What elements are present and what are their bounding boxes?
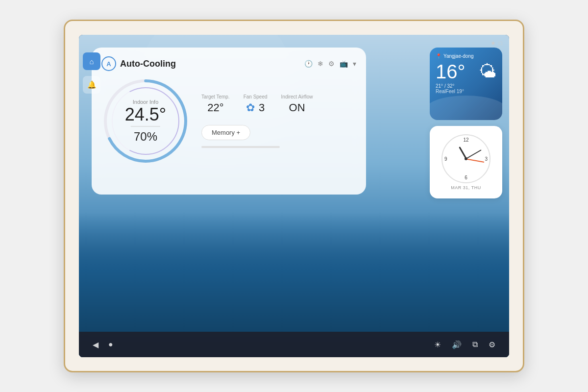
indoor-temperature: 24.5° [125, 106, 166, 123]
fan-icon[interactable]: ❄ [318, 60, 323, 68]
fan-spin-icon: ✿ [246, 101, 255, 114]
bottom-left-nav: ◀ ● [93, 340, 113, 349]
clock-num-12: 12 [463, 137, 468, 143]
clock-widget: 12 3 6 9 MAR 31, THU [430, 126, 502, 198]
network-icon[interactable]: ⚙ [328, 60, 335, 68]
ac-title-group: A Auto-Cooling [101, 56, 176, 71]
stats-row: Target Temp. 22° Fan Speed ✿ 3 Indirect … [201, 94, 356, 114]
indoor-humidity: 70% [125, 130, 166, 144]
clock-num-9: 9 [444, 156, 447, 162]
home-icon: ⌂ [89, 57, 94, 66]
minute-hand [466, 149, 482, 159]
location-pin-icon: 📍 [436, 53, 441, 59]
clock-face: 12 3 6 9 [441, 134, 490, 183]
fan-speed-value: ✿ 3 [244, 101, 268, 114]
airflow-value: ON [281, 101, 313, 114]
fan-speed-label: Fan Speed [244, 94, 268, 99]
weather-widget: 📍 Yangjae-dong 16° 🌤 21° / 32° RealFeel … [430, 48, 502, 120]
back-button[interactable]: ◀ [93, 340, 98, 349]
brightness-button[interactable]: ☀ [434, 340, 441, 349]
ac-body: Indoor Info 24.5° 70% Target Temp. 22° [101, 77, 356, 165]
ac-control-card: A Auto-Cooling 🕐 ❄ ⚙ 📺 ▾ [92, 48, 366, 195]
bottom-right-controls: ☀ 🔊 ⧉ ⚙ [434, 340, 495, 349]
gauge-inner: Indoor Info 24.5° 70% [125, 99, 166, 144]
sun-icon: 🌤 [479, 61, 496, 82]
left-sidebar: ⌂ 🔔 [79, 48, 104, 195]
clock-icon[interactable]: 🕐 [304, 60, 313, 68]
target-temp-stat: Target Temp. 22° [201, 94, 230, 114]
airflow-stat: Indirect Airflow ON [281, 94, 313, 114]
volume-button[interactable]: 🔊 [452, 340, 462, 349]
second-hand [466, 158, 485, 162]
stats-panel: Target Temp. 22° Fan Speed ✿ 3 Indirect … [190, 94, 356, 148]
ac-header: A Auto-Cooling 🕐 ❄ ⚙ 📺 ▾ [101, 56, 356, 71]
home-button[interactable]: ● [108, 340, 113, 349]
wifi-icon: □ [499, 40, 502, 47]
clock-date: MAR 31, THU [451, 185, 481, 190]
device-frame: ★ □ ⌂ 🔔 A Auto-Cooling 🕐 ❄ ⚙ [64, 20, 524, 372]
ac-title: Auto-Cooling [120, 59, 176, 69]
target-temp-value: 22° [201, 101, 230, 114]
fan-speed-stat: Fan Speed ✿ 3 [244, 94, 268, 114]
settings-button[interactable]: ⚙ [489, 340, 495, 349]
bell-sidebar-button[interactable]: 🔔 [83, 76, 100, 94]
chevron-down-icon[interactable]: ▾ [353, 60, 356, 68]
slider-bar[interactable] [201, 146, 280, 148]
airflow-label: Indirect Airflow [281, 94, 313, 99]
weather-location: 📍 Yangjae-dong [436, 53, 496, 59]
clock-num-6: 6 [465, 175, 467, 180]
screen-cast-button[interactable]: ⧉ [472, 340, 478, 349]
weather-range: 21° / 32° [436, 83, 496, 89]
temperature-gauge: Indoor Info 24.5° 70% [101, 77, 190, 165]
clock-center [465, 157, 467, 160]
bell-icon: 🔔 [87, 80, 97, 89]
bottom-bar: ◀ ● ☀ 🔊 ⧉ ⚙ [79, 332, 509, 357]
target-temp-label: Target Temp. [201, 94, 230, 99]
memory-button[interactable]: Memory + [201, 125, 250, 140]
weather-bg-decoration [430, 96, 502, 120]
clock-num-3: 3 [485, 156, 488, 162]
bluetooth-icon: ★ [490, 40, 496, 47]
screen: ★ □ ⌂ 🔔 A Auto-Cooling 🕐 ❄ ⚙ [79, 35, 509, 357]
gauge-divider [131, 126, 160, 127]
status-icons: ★ □ [490, 40, 502, 47]
weather-feel: RealFeel 19° [436, 89, 496, 94]
ac-header-icons: 🕐 ❄ ⚙ 📺 ▾ [304, 60, 356, 68]
home-sidebar-button[interactable]: ⌂ [83, 52, 100, 70]
screen-cast-icon[interactable]: 📺 [340, 60, 348, 68]
